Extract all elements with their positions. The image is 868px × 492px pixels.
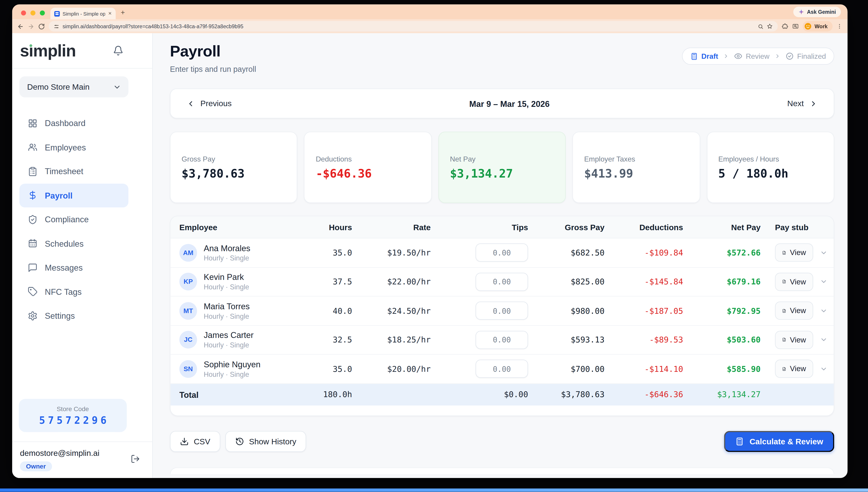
extensions-puzzle-icon[interactable] xyxy=(782,23,789,30)
view-paystub-button[interactable]: View xyxy=(775,301,813,320)
rate-cell: $19.50/hr xyxy=(387,248,430,257)
sidebar-item-timesheet[interactable]: Timesheet xyxy=(19,159,128,183)
desktop: Simplin - Simple operations, s ✕ + Ask G… xyxy=(0,0,868,492)
net-pay-cell: $572.66 xyxy=(727,248,760,257)
expand-row-icon[interactable] xyxy=(820,365,827,373)
hours-cell: 35.0 xyxy=(333,364,352,373)
grid-icon xyxy=(28,118,38,128)
calculator-icon xyxy=(735,437,744,445)
view-paystub-button[interactable]: View xyxy=(775,244,813,262)
tips-input[interactable] xyxy=(476,360,528,378)
deductions-cell: -$145.84 xyxy=(644,277,683,286)
deductions-cell: -$89.53 xyxy=(649,336,683,344)
gemini-sparkle-icon xyxy=(798,9,804,15)
avatar: MT xyxy=(179,302,197,320)
tips-input[interactable] xyxy=(476,244,528,262)
site-settings-icon[interactable] xyxy=(54,24,59,29)
sidebar-item-compliance[interactable]: Compliance xyxy=(19,207,128,231)
bell-icon[interactable] xyxy=(113,45,124,56)
gear-icon xyxy=(28,311,38,321)
sidebar-item-schedules[interactable]: Schedules xyxy=(19,231,128,256)
expand-row-icon[interactable] xyxy=(820,336,827,344)
tag-icon xyxy=(28,287,38,297)
deductions-cell: -$114.10 xyxy=(644,364,683,373)
calculate-review-button[interactable]: Calculate & Review xyxy=(724,431,834,452)
tab-close-icon[interactable]: ✕ xyxy=(108,11,112,16)
step-finalized[interactable]: Finalized xyxy=(785,52,826,60)
clipboard-icon xyxy=(28,167,38,176)
minimize-window-button[interactable] xyxy=(30,10,36,16)
net-pay-cell: $792.95 xyxy=(727,306,760,315)
gross-pay-cell: $682.50 xyxy=(571,248,605,257)
expand-row-icon[interactable] xyxy=(820,278,827,286)
browser-profile-chip[interactable]: Work xyxy=(803,21,832,32)
profile-avatar-icon xyxy=(804,23,812,30)
zoom-icon[interactable] xyxy=(758,24,764,29)
back-icon[interactable] xyxy=(17,23,24,30)
employee-name: Ana Morales xyxy=(204,243,250,253)
screen-search-icon[interactable] xyxy=(792,23,799,30)
sidebar-item-nfc-tags[interactable]: NFC Tags xyxy=(19,280,128,304)
tips-input[interactable] xyxy=(476,273,528,291)
close-window-button[interactable] xyxy=(21,10,26,16)
summary-card-gross-pay: Gross Pay $3,780.63 xyxy=(170,132,298,203)
expand-row-icon[interactable] xyxy=(820,307,827,315)
week-range: Mar 9 – Mar 15, 2026 xyxy=(232,99,787,108)
maximize-window-button[interactable] xyxy=(40,10,45,16)
simplin-logo: sımplin xyxy=(20,41,76,60)
bookmark-star-icon[interactable] xyxy=(767,23,773,29)
show-history-button[interactable]: Show History xyxy=(225,431,306,452)
table-total-row: Total 180.0h $0.00 $3,780.63 -$646.36 $3… xyxy=(170,384,834,405)
net-pay-cell: $679.16 xyxy=(727,277,760,286)
view-paystub-button[interactable]: View xyxy=(775,331,813,349)
chevron-left-icon xyxy=(187,99,195,108)
tab-title: Simplin - Simple operations, s xyxy=(63,11,105,16)
view-paystub-button[interactable]: View xyxy=(775,273,813,291)
history-icon xyxy=(235,437,244,445)
forward-icon[interactable] xyxy=(28,23,34,30)
chevron-down-icon xyxy=(113,83,121,91)
browser-tab[interactable]: Simplin - Simple operations, s ✕ xyxy=(50,8,116,19)
rate-cell: $22.00/hr xyxy=(387,277,430,286)
employee-name: Kevin Park xyxy=(204,272,249,282)
browser-menu-icon[interactable] xyxy=(836,23,842,29)
total-net: $3,134.27 xyxy=(717,390,760,399)
sidebar-item-payroll[interactable]: Payroll xyxy=(19,183,128,207)
page-title: Payroll xyxy=(170,43,256,60)
expand-row-icon[interactable] xyxy=(820,249,827,256)
sidebar-item-dashboard[interactable]: Dashboard xyxy=(19,111,128,135)
store-code-value: 57572296 xyxy=(37,414,110,425)
sidebar-item-settings[interactable]: Settings xyxy=(19,303,128,328)
new-tab-button[interactable]: + xyxy=(121,8,125,17)
store-selector[interactable]: Demo Store Main xyxy=(19,76,128,97)
table-row: MT Maria Torres Hourly · Single 40.0 $24… xyxy=(170,297,834,326)
store-code-card: Store Code 57572296 xyxy=(19,399,127,432)
hours-cell: 40.0 xyxy=(333,306,352,315)
total-deductions: -$646.36 xyxy=(644,390,683,399)
tips-input[interactable] xyxy=(476,331,528,349)
gross-pay-cell: $700.00 xyxy=(571,364,605,373)
document-icon xyxy=(782,249,786,256)
document-icon xyxy=(782,336,786,344)
employee-meta: Hourly · Single xyxy=(204,254,250,262)
address-bar[interactable]: simplin.ai/dashboard/payroll?store=ca48b… xyxy=(49,21,778,32)
browser-tabstrip: Simplin - Simple operations, s ✕ + Ask G… xyxy=(12,4,848,19)
hours-cell: 35.0 xyxy=(333,248,352,257)
ask-gemini-button[interactable]: Ask Gemini xyxy=(793,6,841,17)
next-week-button[interactable]: Next xyxy=(787,99,818,108)
sidebar-item-employees[interactable]: Employees xyxy=(19,135,128,159)
tips-input[interactable] xyxy=(476,301,528,320)
export-csv-button[interactable]: CSV xyxy=(170,431,220,452)
sidebar-header: sımplin xyxy=(12,33,153,69)
total-hours: 180.0h xyxy=(323,390,352,399)
logout-icon[interactable] xyxy=(131,454,140,464)
employee-name: Maria Torres xyxy=(204,301,250,311)
calculator-icon xyxy=(690,52,698,60)
sidebar-item-messages[interactable]: Messages xyxy=(19,255,128,280)
view-paystub-button[interactable]: View xyxy=(775,360,813,378)
reload-icon[interactable] xyxy=(38,23,45,30)
summary-cards: Gross Pay $3,780.63 Deductions -$646.36 … xyxy=(170,132,834,203)
step-review[interactable]: Review xyxy=(734,52,770,60)
step-draft[interactable]: Draft xyxy=(690,52,718,60)
previous-week-button[interactable]: Previous xyxy=(187,99,232,108)
